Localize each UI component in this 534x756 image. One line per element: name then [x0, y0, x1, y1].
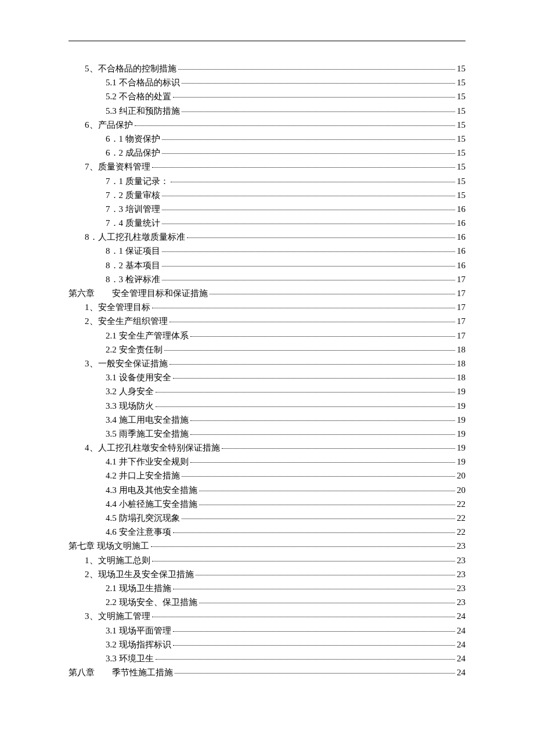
toc-leader-dots — [162, 210, 455, 210]
toc-entry: 2.1 安全生产管理体系17 — [68, 332, 466, 345]
toc-entry-label: 4、人工挖孔柱墩安全特别保证措施 — [85, 444, 220, 452]
toc-entry: 第七章 现场文明施工23 — [68, 542, 466, 556]
toc-entry: 7、质量资料管理15 — [68, 163, 466, 177]
toc-leader-dots — [164, 350, 456, 351]
toc-entry-label: 3.1 现场平面管理 — [106, 627, 171, 635]
toc-leader-dots — [162, 224, 455, 224]
toc-entry-page: 20 — [457, 486, 466, 495]
toc-entry-page: 17 — [457, 289, 466, 298]
toc-leader-dots — [152, 561, 456, 561]
toc-leader-dots — [162, 196, 455, 196]
toc-leader-dots — [178, 69, 456, 70]
toc-leader-dots — [162, 280, 455, 280]
toc-entry: 6．2 成品保护15 — [68, 149, 466, 163]
toc-leader-dots — [135, 125, 456, 126]
toc-entry-page: 19 — [457, 444, 466, 452]
toc-entry: 2.2 安全责任制18 — [68, 345, 466, 359]
toc-entry-label: 6．2 成品保护 — [106, 149, 160, 157]
toc-entry-label: 2、安全生产组织管理 — [85, 317, 168, 326]
toc-entry: 2、安全生产组织管理17 — [68, 317, 466, 331]
toc-entry-page: 15 — [457, 135, 466, 143]
toc-leader-dots — [182, 519, 456, 519]
toc-entry-page: 24 — [457, 668, 466, 677]
toc-entry: 1、文明施工总则23 — [68, 556, 466, 570]
toc-entry-label: 7．2 质量审核 — [106, 191, 160, 200]
toc-leader-dots — [162, 139, 455, 140]
toc-leader-dots — [190, 462, 456, 463]
toc-entry-page: 23 — [457, 542, 466, 550]
toc-entry-label: 第八章 季节性施工措施 — [68, 668, 173, 677]
toc-entry-page: 15 — [457, 177, 466, 186]
toc-leader-dots — [210, 294, 455, 294]
toc-entry-page: 19 — [457, 387, 466, 396]
toc-entry: 3.5 雨季施工安全措施19 — [68, 430, 466, 444]
toc-entry: 7．1 质量记录：15 — [68, 177, 466, 191]
toc-entry: 4.5 防塌孔突沉现象22 — [68, 514, 466, 528]
toc-leader-dots — [199, 505, 456, 505]
toc-entry: 第六章 安全管理目标和保证措施17 — [68, 289, 466, 303]
toc-leader-dots — [190, 420, 456, 421]
toc-entry: 4.2 井口上安全措施20 — [68, 471, 466, 485]
toc-leader-dots — [162, 251, 455, 252]
toc-entry-label: 8．2 基本项目 — [106, 261, 160, 270]
toc-entry: 3、一般安全保证措施18 — [68, 359, 466, 373]
toc-leader-dots — [175, 673, 455, 674]
toc-entry-label: 2.1 安全生产管理体系 — [106, 332, 189, 340]
toc-entry: 3.1 现场平面管理24 — [68, 627, 466, 640]
toc-entry-page: 18 — [457, 373, 466, 382]
toc-leader-dots — [156, 392, 456, 393]
toc-entry-label: 6、产品保护 — [85, 121, 133, 129]
toc-entry-page: 16 — [457, 219, 466, 228]
toc-entry-label: 4.2 井口上安全措施 — [106, 471, 180, 480]
toc-leader-dots — [152, 308, 456, 308]
toc-leader-dots — [173, 589, 456, 589]
toc-entry-page: 15 — [457, 191, 466, 200]
toc-entry-label: 5.3 纠正和预防措施 — [106, 107, 180, 116]
toc-entry: 4、人工挖孔柱墩安全特别保证措施19 — [68, 444, 466, 458]
toc-leader-dots — [169, 322, 456, 322]
toc-entry-page: 15 — [457, 163, 466, 171]
toc-entry-label: 4.3 用电及其他安全措施 — [106, 486, 197, 495]
toc-leader-dots — [190, 434, 456, 435]
toc-entry: 7．2 质量审核15 — [68, 191, 466, 205]
toc-leader-dots — [182, 476, 456, 477]
toc-leader-dots — [156, 406, 456, 407]
toc-leader-dots — [173, 645, 456, 646]
toc-leader-dots — [196, 575, 456, 575]
toc-entry: 6、产品保护15 — [68, 121, 466, 135]
toc-entry-label: 5、不合格品的控制措施 — [85, 64, 176, 73]
toc-entry-label: 8．人工挖孔柱墩质量标准 — [85, 233, 185, 242]
toc-entry: 3.1 设备使用安全18 — [68, 373, 466, 387]
toc-leader-dots — [152, 167, 456, 168]
page: 5、不合格品的控制措施155.1 不合格品的标识155.2 不合格的处置155.… — [0, 0, 534, 756]
toc-entry-page: 19 — [457, 416, 466, 424]
toc-entry: 第八章 季节性施工措施24 — [68, 668, 466, 682]
toc-entry-label: 3.3 现场防火 — [106, 402, 154, 411]
toc-leader-dots — [173, 532, 456, 533]
toc-entry-label: 3、文明施工管理 — [85, 612, 150, 621]
toc-entry-page: 19 — [457, 458, 466, 466]
toc-entry-page: 17 — [457, 275, 466, 284]
toc-leader-dots — [171, 182, 455, 182]
toc-entry-page: 15 — [457, 107, 466, 116]
toc-entry-page: 23 — [457, 556, 466, 565]
toc-entry: 3.2 人身安全19 — [68, 387, 466, 401]
toc-entry-label: 5.2 不合格的处置 — [106, 92, 171, 101]
toc-entry-page: 22 — [457, 514, 466, 523]
toc-leader-dots — [182, 83, 456, 84]
toc-leader-dots — [162, 153, 455, 154]
toc-entry-page: 18 — [457, 345, 466, 354]
toc-entry-label: 2.2 现场安全、保卫措施 — [106, 598, 197, 607]
toc-entry-page: 15 — [457, 149, 466, 157]
toc-entry-page: 24 — [457, 627, 466, 635]
toc-entry-page: 16 — [457, 233, 466, 242]
toc-entry: 7．3 培训管理16 — [68, 205, 466, 219]
toc-leader-dots — [152, 617, 456, 617]
toc-entry-page: 23 — [457, 570, 466, 579]
toc-leader-dots — [199, 491, 456, 491]
toc-entry-page: 20 — [457, 471, 466, 480]
toc-leader-dots — [199, 603, 456, 603]
toc-entry: 4.3 用电及其他安全措施20 — [68, 486, 466, 500]
toc-entry-page: 24 — [457, 654, 466, 663]
toc-entry-label: 2.2 安全责任制 — [106, 345, 163, 354]
